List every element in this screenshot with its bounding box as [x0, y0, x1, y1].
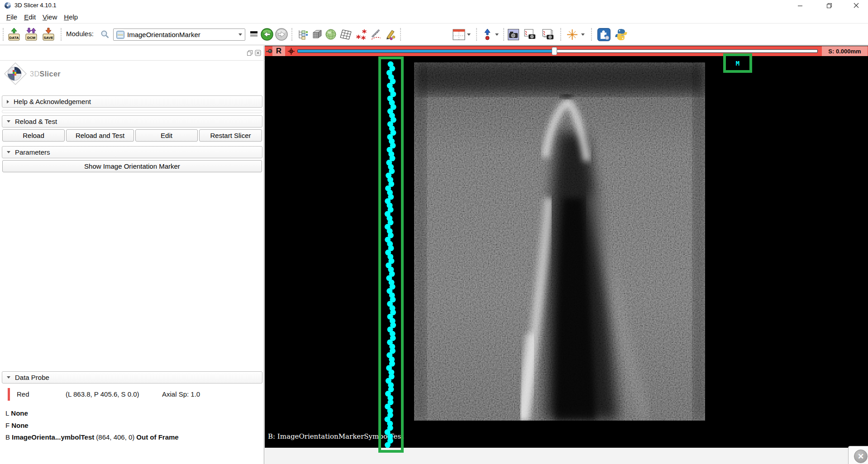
- app-window: 3D Slicer 4.10.1 File Edit View Help DAT…: [0, 0, 868, 464]
- orientation-marker-highlight-rect: M: [723, 53, 752, 73]
- orientation-marker-letter: M: [736, 60, 739, 67]
- fiducial-line-highlight-rect: [378, 57, 404, 453]
